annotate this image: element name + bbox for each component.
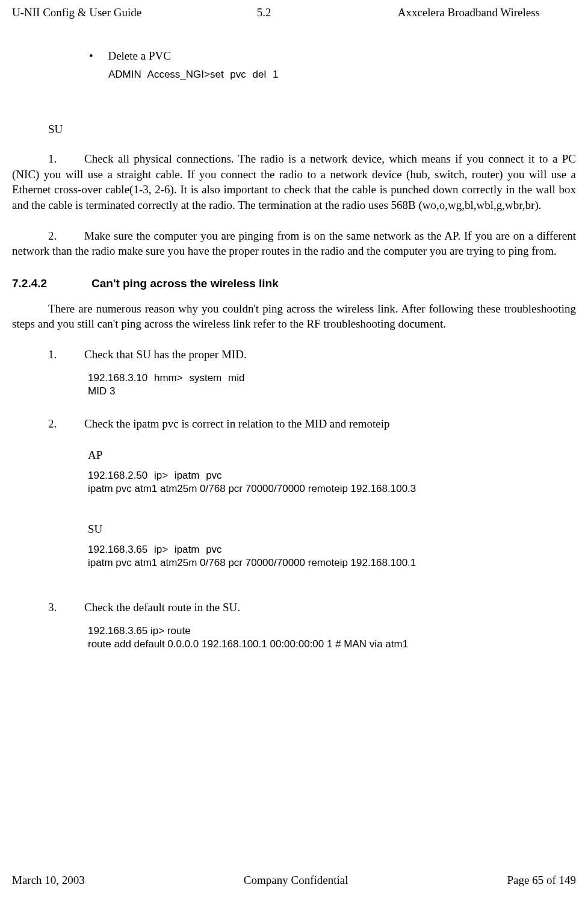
bullet-delete-pvc: Delete a PVC [89,49,576,63]
su-label-2: SU [88,523,576,536]
step-text: Check the ipatm pvc is correct in relati… [84,417,390,430]
su-code: 192.168.3.65 ip> ipatm pvc ipatm pvc atm… [88,543,576,570]
page-footer: March 10, 2003 Company Confidential Page… [12,874,576,887]
paragraph-2: 2.Make sure the computer you are pinging… [12,228,576,259]
code-line: ipatm pvc atm1 atm25m 0/768 pcr 70000/70… [88,556,576,570]
footer-page: Page 65 of 149 [507,874,576,887]
code-line: 192.168.2.50 ip> ipatm pvc [88,469,576,482]
step-text: Check that SU has the proper MID. [84,348,247,361]
section-title: Can't ping across the wireless link [91,277,279,290]
footer-date: March 10, 2003 [12,874,85,887]
paragraph-1: 1.Check all physical connections. The ra… [12,151,576,213]
section-intro: There are numerous reason why you couldn… [12,301,576,332]
code-line: ipatm pvc atm1 atm25m 0/768 pcr 70000/70… [88,482,576,496]
bullet-text: Delete a PVC [108,49,170,62]
para-num: 1. [48,151,84,167]
step1-code: 192.168.3.10 hmm> system mid MID 3 [88,372,576,398]
code-line: 192.168.3.65 ip> ipatm pvc [88,543,576,556]
code-line: MID 3 [88,385,576,398]
code-line: route add default 0.0.0.0 192.168.100.1 … [88,638,576,651]
para-text: Check all physical connections. The radi… [12,152,576,211]
para-num: 2. [48,228,84,244]
step-text: Check the default route in the SU. [84,601,240,614]
ap-code: 192.168.2.50 ip> ipatm pvc ipatm pvc atm… [88,469,576,496]
step3-code: 192.168.3.65 ip> route route add default… [88,624,576,651]
footer-confidential: Company Confidential [244,874,348,887]
step-num: 3. [48,600,84,615]
step-3: 3.Check the default route in the SU. [12,600,576,615]
step-1: 1.Check that SU has the proper MID. [12,347,576,362]
section-number: 7.2.4.2 [12,277,91,290]
header-right: Axxcelera Broadband Wireless [271,6,576,19]
step-num: 2. [48,416,84,432]
ap-label: AP [88,449,576,462]
code-line: 192.168.3.10 hmm> system mid [88,372,576,385]
para-text: Make sure the computer you are pinging f… [12,229,576,258]
header-left: U-NII Config & User Guide [12,6,281,19]
section-heading: 7.2.4.2Can't ping across the wireless li… [12,277,576,290]
code-delete-pvc: ADMIN Access_NGI>set pvc del 1 [108,69,576,81]
header-version: 5.2 [257,6,271,19]
code-line: 192.168.3.65 ip> route [88,624,576,638]
step-2: 2.Check the ipatm pvc is correct in rela… [12,416,576,432]
su-heading: SU [48,123,576,136]
page-header: U-NII Config & User Guide 5.2 Axxcelera … [12,0,576,19]
step-num: 1. [48,347,84,362]
